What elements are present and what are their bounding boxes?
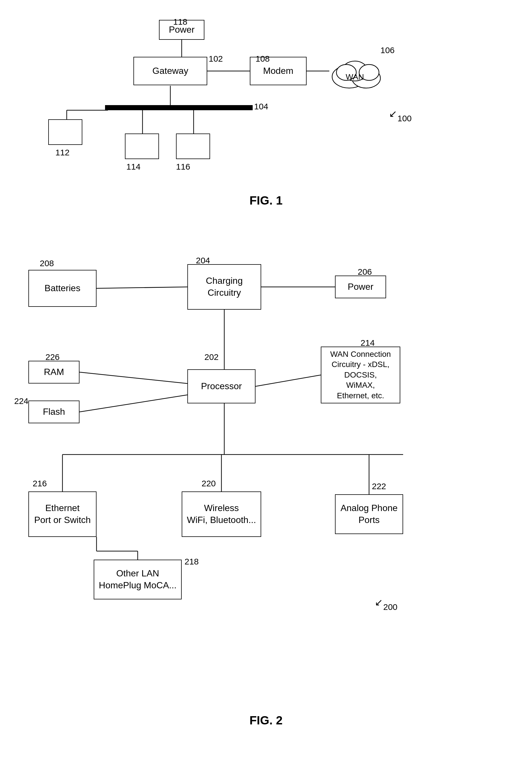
- fig2-ram-box: RAM: [28, 361, 79, 383]
- fig1-wan-cloud: WAN: [329, 51, 386, 91]
- fig2-ref214: 214: [361, 338, 375, 348]
- fig2-label: FIG. 2: [11, 714, 521, 727]
- fig1-gateway-box: Gateway: [133, 57, 207, 85]
- fig1-ref112: 112: [55, 148, 70, 157]
- fig2-ref202: 202: [204, 352, 219, 362]
- fig1-device114: [125, 133, 159, 159]
- fig2-ref220: 220: [202, 479, 216, 488]
- fig2-wan-box: WAN Connection Circuitry - xDSL, DOCSIS,…: [321, 346, 400, 404]
- svg-line-19: [79, 395, 187, 412]
- svg-line-15: [97, 287, 187, 288]
- fig2-power-label: Power: [348, 281, 374, 293]
- fig1-gateway-label: Gateway: [152, 65, 188, 77]
- svg-line-20: [255, 375, 321, 387]
- fig1-label: FIG. 1: [11, 194, 521, 207]
- fig2-flash-label: Flash: [43, 406, 65, 418]
- fig2-charging-label: Charging Circuitry: [206, 275, 243, 298]
- fig2-ref226: 226: [45, 352, 60, 362]
- fig2-wireless-box: Wireless WiFi, Bluetooth...: [182, 492, 261, 537]
- fig1-ref106: 106: [380, 45, 395, 55]
- fig1-section: Power 118 102 Gateway Modem 108 WAN: [11, 11, 521, 193]
- fig1-ref100: 100: [397, 114, 412, 123]
- fig1-ref116: 116: [176, 162, 190, 172]
- fig2-ref224: 224: [14, 396, 28, 406]
- fig2-section: 208 Batteries 204 Charging Circuitry 206…: [11, 239, 521, 750]
- page-container: Power 118 102 Gateway Modem 108 WAN: [0, 0, 532, 769]
- fig1-arrow100: ↙: [389, 108, 397, 119]
- fig2-ref208: 208: [40, 258, 54, 268]
- fig2-phone-box: Analog Phone Ports: [335, 494, 403, 534]
- svg-text:WAN: WAN: [346, 72, 364, 81]
- fig2-ethernet-box: Ethernet Port or Switch: [28, 492, 97, 537]
- fig1-bus-bar: [105, 105, 253, 110]
- fig1-ref104: 104: [254, 102, 268, 111]
- fig1-ref102: 102: [209, 54, 223, 64]
- fig2-flash-box: Flash: [28, 401, 79, 423]
- fig2-ethernet-label: Ethernet Port or Switch: [34, 502, 91, 526]
- fig1-modem-label: Modem: [263, 65, 294, 77]
- fig1-ref114: 114: [126, 162, 141, 172]
- fig2-batteries-label: Batteries: [45, 282, 80, 294]
- svg-line-18: [79, 372, 187, 383]
- fig1-device116: [176, 133, 210, 159]
- fig2-charging-box: Charging Circuitry: [187, 264, 261, 310]
- fig2-ref216: 216: [33, 479, 47, 488]
- fig1-ref118: 118: [173, 17, 187, 27]
- fig2-phone-label: Analog Phone Ports: [340, 502, 397, 526]
- fig2-batteries-box: Batteries: [28, 270, 97, 307]
- fig2-processor-label: Processor: [201, 380, 242, 392]
- fig2-wan-label: WAN Connection Circuitry - xDSL, DOCSIS,…: [330, 349, 391, 401]
- fig2-ref200: 200: [383, 602, 397, 612]
- fig2-ref206: 206: [358, 267, 372, 277]
- fig2-ref204: 204: [196, 256, 210, 265]
- fig2-power-box: Power: [335, 275, 386, 298]
- fig2-ref218: 218: [185, 557, 199, 567]
- fig2-other-box: Other LAN HomePlug MoCA...: [94, 560, 182, 599]
- fig2-processor-box: Processor: [187, 369, 255, 404]
- fig2-wireless-label: Wireless WiFi, Bluetooth...: [187, 502, 256, 526]
- fig2-arrow200: ↙: [375, 597, 383, 608]
- fig1-device112: [48, 119, 82, 145]
- fig2-other-label: Other LAN HomePlug MoCA...: [99, 568, 177, 591]
- fig2-ram-label: RAM: [44, 366, 64, 378]
- fig2-ref222: 222: [372, 482, 386, 491]
- fig1-ref108: 108: [255, 54, 270, 64]
- wan-cloud-svg: WAN: [329, 51, 386, 91]
